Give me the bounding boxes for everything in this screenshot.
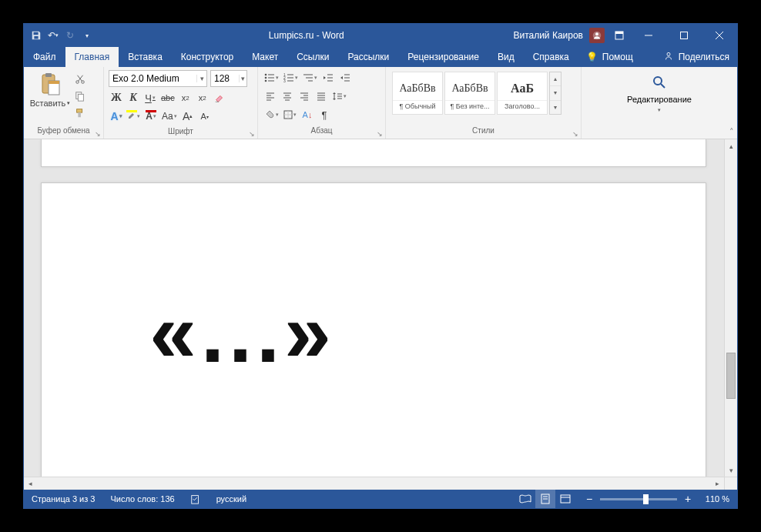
- superscript-button[interactable]: x2: [195, 90, 210, 105]
- ribbon-tabs: Файл Главная Вставка Конструктор Макет С…: [24, 47, 737, 67]
- zoom-slider[interactable]: [600, 498, 677, 500]
- collapse-ribbon-icon[interactable]: ˄: [729, 127, 734, 137]
- sort-button[interactable]: A↓: [300, 107, 315, 122]
- word-count[interactable]: Число слов: 136: [102, 490, 182, 508]
- text-effects-button[interactable]: A▾: [109, 109, 124, 124]
- font-name-combo[interactable]: ▾: [109, 70, 207, 87]
- change-case-button[interactable]: Aa▾: [160, 109, 179, 124]
- close-button[interactable]: [702, 24, 737, 47]
- page-previous[interactable]: [41, 139, 706, 167]
- strikethrough-button[interactable]: abc: [159, 90, 176, 105]
- qat-customize-icon[interactable]: ▾: [81, 29, 93, 42]
- scroll-up-icon[interactable]: ▴: [725, 139, 737, 152]
- user-name[interactable]: Виталий Каиров: [513, 30, 583, 41]
- editing-button[interactable]: Редактирование ▾: [621, 70, 698, 113]
- page-number[interactable]: Страница 3 из 3: [24, 490, 102, 508]
- subscript-button[interactable]: x2: [178, 90, 193, 105]
- lightbulb-icon: 💡: [586, 52, 598, 62]
- shrink-font-button[interactable]: A▾: [197, 109, 213, 124]
- zoom-in-button[interactable]: +: [682, 493, 694, 505]
- tab-design[interactable]: Конструктор: [172, 47, 243, 67]
- borders-button[interactable]: ▾: [282, 107, 298, 122]
- zoom-level[interactable]: 110 %: [699, 494, 729, 504]
- align-right-button[interactable]: [297, 89, 312, 104]
- increase-indent-button[interactable]: [337, 70, 353, 85]
- scroll-down-icon[interactable]: ▾: [725, 463, 737, 477]
- user-avatar[interactable]: [589, 28, 605, 43]
- bullets-button[interactable]: ▾: [263, 70, 280, 85]
- paragraph-launcher[interactable]: ↘: [376, 130, 384, 138]
- tab-view[interactable]: Вид: [488, 47, 524, 67]
- tell-me[interactable]: 💡Помощ: [578, 47, 641, 67]
- undo-icon[interactable]: ↶▾: [47, 29, 59, 42]
- print-layout-icon[interactable]: [535, 490, 555, 508]
- tab-review[interactable]: Рецензирование: [398, 47, 488, 67]
- minimize-button[interactable]: [631, 24, 666, 47]
- web-layout-icon[interactable]: [555, 490, 575, 508]
- language[interactable]: русский: [209, 490, 254, 508]
- font-launcher[interactable]: ↘: [248, 130, 256, 138]
- decrease-indent-button[interactable]: [320, 70, 336, 85]
- scroll-right-icon[interactable]: ▸: [711, 477, 724, 490]
- redo-icon[interactable]: ↻: [64, 29, 76, 42]
- copy-button[interactable]: [73, 89, 87, 103]
- italic-button[interactable]: К: [126, 90, 141, 105]
- bold-button[interactable]: Ж: [109, 90, 124, 105]
- maximize-button[interactable]: [666, 24, 702, 47]
- paste-button[interactable]: Вставить▾: [28, 70, 72, 108]
- zoom-out-button[interactable]: −: [583, 493, 595, 505]
- numbering-button[interactable]: 123▾: [282, 70, 300, 85]
- tab-insert[interactable]: Вставка: [119, 47, 172, 67]
- svg-line-66: [661, 84, 665, 88]
- shading-button[interactable]: ▾: [263, 107, 280, 122]
- tab-help[interactable]: Справка: [524, 47, 578, 67]
- style-no-spacing[interactable]: АаБбВв¶ Без инте...: [444, 72, 495, 115]
- scroll-thumb[interactable]: [726, 353, 736, 399]
- read-mode-icon[interactable]: [515, 490, 535, 508]
- show-marks-button[interactable]: ¶: [317, 107, 332, 122]
- grow-font-button[interactable]: A▴: [180, 109, 196, 124]
- svg-rect-10: [45, 73, 52, 77]
- multilevel-list-button[interactable]: ▾: [301, 70, 319, 85]
- find-icon: [650, 73, 669, 92]
- spell-check-icon[interactable]: [183, 490, 209, 508]
- svg-point-25: [265, 80, 267, 82]
- share-icon: [663, 51, 674, 64]
- tab-layout[interactable]: Макет: [243, 47, 287, 67]
- styles-launcher[interactable]: ↘: [572, 130, 579, 138]
- clipboard-launcher[interactable]: ↘: [94, 130, 102, 138]
- tab-file[interactable]: Файл: [24, 47, 65, 67]
- align-left-button[interactable]: [263, 89, 278, 104]
- format-painter-button[interactable]: [73, 106, 87, 120]
- justify-button[interactable]: [313, 89, 329, 104]
- horizontal-scrollbar[interactable]: ◂ ▸: [24, 477, 724, 490]
- scroll-corner: [724, 477, 737, 490]
- highlight-button[interactable]: ▾: [126, 109, 142, 124]
- page-current[interactable]: «...»: [41, 182, 706, 490]
- style-heading1[interactable]: АаБЗаголово...: [497, 72, 548, 115]
- line-spacing-button[interactable]: ▾: [330, 89, 348, 104]
- svg-rect-5: [681, 32, 688, 39]
- save-icon[interactable]: [30, 29, 42, 42]
- tab-mailings[interactable]: Рассылки: [338, 47, 398, 67]
- tab-home[interactable]: Главная: [65, 47, 119, 67]
- window-title: Lumpics.ru - Word: [99, 30, 513, 41]
- align-center-button[interactable]: [280, 89, 295, 104]
- zoom-handle[interactable]: [643, 494, 649, 504]
- font-color-button[interactable]: A▾: [143, 109, 159, 124]
- styles-scroll-up[interactable]: ▴: [550, 72, 561, 86]
- font-size-combo[interactable]: ▾: [210, 70, 247, 87]
- document-text[interactable]: «...»: [149, 283, 336, 381]
- svg-point-21: [265, 74, 267, 76]
- styles-scroll-down[interactable]: ▾: [550, 86, 561, 100]
- scroll-left-icon[interactable]: ◂: [24, 477, 37, 490]
- cut-button[interactable]: [73, 72, 87, 86]
- clear-formatting-button[interactable]: [212, 90, 227, 105]
- style-normal[interactable]: АаБбВв¶ Обычный: [392, 72, 443, 115]
- tab-references[interactable]: Ссылки: [287, 47, 338, 67]
- vertical-scrollbar[interactable]: ▴ ▾: [724, 139, 737, 477]
- underline-button[interactable]: Ч▾: [142, 90, 158, 105]
- share-button[interactable]: Поделиться: [655, 47, 737, 67]
- ribbon-display-options-icon[interactable]: [608, 24, 631, 47]
- styles-expand[interactable]: ▾: [550, 101, 561, 114]
